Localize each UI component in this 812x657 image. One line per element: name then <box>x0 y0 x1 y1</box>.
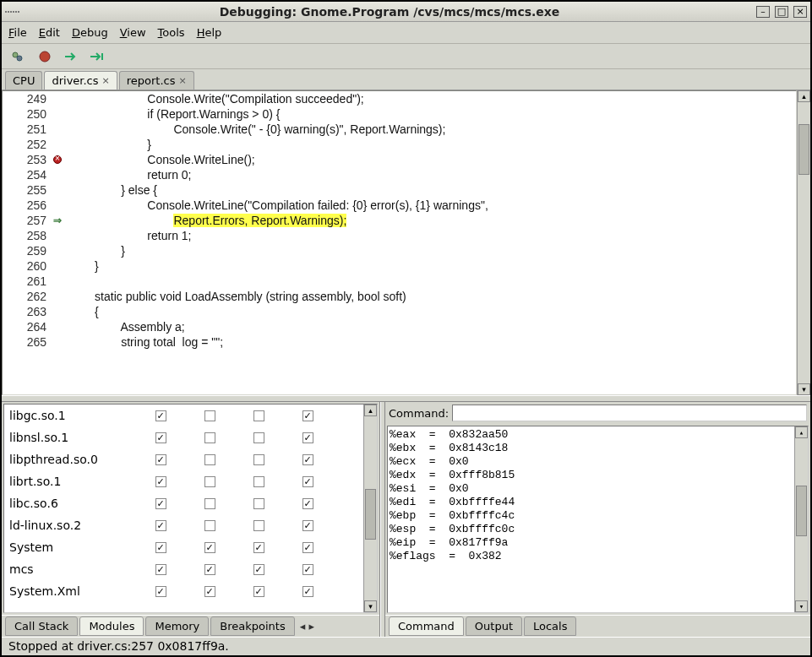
close-button[interactable]: × <box>793 6 807 18</box>
code-line[interactable]: 254 return 0; <box>3 167 796 182</box>
module-checkbox[interactable] <box>253 520 264 531</box>
module-checkbox[interactable]: ✓ <box>302 476 313 487</box>
close-icon[interactable]: × <box>179 75 187 86</box>
module-checkbox[interactable]: ✓ <box>155 498 166 509</box>
tab-cpu[interactable]: CPU <box>5 71 42 90</box>
menu-file[interactable]: File <box>8 26 27 39</box>
code-line[interactable]: 257⇒ Report.Errors, Report.Warnings); <box>3 213 796 228</box>
panel-tab-breakpoints[interactable]: Breakpoints <box>210 616 294 636</box>
module-checkbox[interactable]: ✓ <box>155 542 166 553</box>
module-row[interactable]: librt.so.1✓✓ <box>4 470 377 492</box>
code-line[interactable]: 249 Console.Write("Compilation succeeded… <box>3 91 796 106</box>
panel-tab-call-stack[interactable]: Call Stack <box>5 616 78 636</box>
module-checkbox[interactable] <box>253 498 264 509</box>
editor-scrollbar[interactable]: ▴ ▾ <box>797 90 810 395</box>
panel-tab-memory[interactable]: Memory <box>145 616 209 636</box>
module-row[interactable]: ld-linux.so.2✓✓ <box>4 514 377 536</box>
module-checkbox[interactable]: ✓ <box>302 520 313 531</box>
module-checkbox[interactable] <box>253 454 264 465</box>
panel-tab-output[interactable]: Output <box>466 616 522 636</box>
module-checkbox[interactable]: ✓ <box>155 586 166 597</box>
code-line[interactable]: 265 string total log = ""; <box>3 334 796 350</box>
output-scrollbar[interactable]: ▴ ▾ <box>794 426 808 612</box>
module-checkbox[interactable]: ✓ <box>302 564 313 575</box>
scroll-thumb[interactable] <box>365 489 376 540</box>
code-line[interactable]: 250 if (Report.Warnings > 0) { <box>3 106 796 122</box>
module-checkbox[interactable]: ✓ <box>155 520 166 531</box>
scroll-down-icon[interactable]: ▾ <box>795 600 808 612</box>
module-checkbox[interactable]: ✓ <box>204 586 215 597</box>
code-line[interactable]: 253 Console.WriteLine(); <box>3 152 796 167</box>
scroll-up-icon[interactable]: ▴ <box>798 90 810 102</box>
panel-tab-command[interactable]: Command <box>389 616 464 636</box>
step-over-button[interactable] <box>63 47 81 66</box>
menu-tools[interactable]: Tools <box>158 26 185 39</box>
module-checkbox[interactable]: ✓ <box>155 564 166 575</box>
scroll-thumb[interactable] <box>796 486 807 536</box>
module-checkbox[interactable]: ✓ <box>155 410 166 421</box>
module-checkbox[interactable] <box>204 498 215 509</box>
menu-view[interactable]: View <box>120 26 146 39</box>
command-input[interactable] <box>452 405 807 421</box>
module-checkbox[interactable] <box>253 432 264 443</box>
maximize-button[interactable]: □ <box>775 6 788 18</box>
module-checkbox[interactable]: ✓ <box>204 564 215 575</box>
module-checkbox[interactable] <box>253 410 264 421</box>
module-checkbox[interactable]: ✓ <box>155 476 166 487</box>
module-checkbox[interactable]: ✓ <box>302 498 313 509</box>
menu-debug[interactable]: Debug <box>72 26 108 39</box>
stop-button[interactable] <box>35 47 54 66</box>
module-row[interactable]: libnsl.so.1✓✓ <box>4 426 377 448</box>
module-checkbox[interactable] <box>204 432 215 443</box>
run-button[interactable] <box>8 47 27 66</box>
module-checkbox[interactable] <box>204 454 215 465</box>
module-checkbox[interactable]: ✓ <box>204 542 215 553</box>
close-icon[interactable]: × <box>102 75 110 86</box>
scroll-up-icon[interactable]: ▴ <box>364 405 377 416</box>
panel-tab-locals[interactable]: Locals <box>524 616 576 636</box>
module-checkbox[interactable]: ✓ <box>302 432 313 443</box>
module-checkbox[interactable]: ✓ <box>302 454 313 465</box>
code-line[interactable]: 256 Console.WriteLine("Compilation faile… <box>3 198 796 213</box>
code-line[interactable]: 263 { <box>3 304 796 319</box>
module-checkbox[interactable]: ✓ <box>155 454 166 465</box>
module-row[interactable]: mcs✓✓✓✓ <box>4 558 377 580</box>
menu-help[interactable]: Help <box>197 26 222 39</box>
module-checkbox[interactable]: ✓ <box>302 410 313 421</box>
module-row[interactable]: libgc.so.1✓✓ <box>4 405 377 426</box>
code-line[interactable]: 260 } <box>3 258 796 274</box>
horizontal-splitter[interactable] <box>2 395 810 402</box>
menu-edit[interactable]: Edit <box>39 26 60 39</box>
code-line[interactable]: 255 } else { <box>3 182 796 198</box>
module-checkbox[interactable]: ✓ <box>253 586 264 597</box>
tab-report-cs[interactable]: report.cs× <box>119 71 194 90</box>
code-line[interactable]: 258 return 1; <box>3 228 796 243</box>
module-checkbox[interactable] <box>204 476 215 487</box>
scroll-down-icon[interactable]: ▾ <box>798 383 810 395</box>
module-checkbox[interactable]: ✓ <box>302 586 313 597</box>
module-row[interactable]: libpthread.so.0✓✓ <box>4 448 377 470</box>
code-line[interactable]: 262 static public void LoadAssembly (str… <box>3 289 796 304</box>
tab-driver-cs[interactable]: driver.cs× <box>44 71 117 90</box>
code-line[interactable]: 251 Console.Write(" - {0} warning(s)", R… <box>3 122 796 137</box>
module-row[interactable]: libc.so.6✓✓ <box>4 492 377 514</box>
modules-scrollbar[interactable]: ▴ ▾ <box>363 405 377 612</box>
code-line[interactable]: 252 } <box>3 137 796 152</box>
scroll-down-icon[interactable]: ▾ <box>364 600 377 612</box>
module-checkbox[interactable] <box>204 410 215 421</box>
module-row[interactable]: System.Xml✓✓✓✓ <box>4 580 377 602</box>
step-into-button[interactable] <box>90 47 108 66</box>
module-checkbox[interactable]: ✓ <box>253 542 264 553</box>
module-row[interactable]: System✓✓✓✓ <box>4 536 377 558</box>
panel-tab-modules[interactable]: Modules <box>79 616 144 636</box>
minimize-button[interactable]: – <box>756 6 770 18</box>
code-line[interactable]: 259 } <box>3 243 796 258</box>
tab-nav-arrows[interactable]: ◂ ▸ <box>300 620 314 633</box>
module-checkbox[interactable] <box>204 520 215 531</box>
module-checkbox[interactable] <box>253 476 264 487</box>
module-checkbox[interactable]: ✓ <box>253 564 264 575</box>
module-checkbox[interactable]: ✓ <box>302 542 313 553</box>
code-line[interactable]: 264 Assembly a; <box>3 319 796 334</box>
code-line[interactable]: 261 <box>3 274 796 289</box>
module-checkbox[interactable]: ✓ <box>155 432 166 443</box>
